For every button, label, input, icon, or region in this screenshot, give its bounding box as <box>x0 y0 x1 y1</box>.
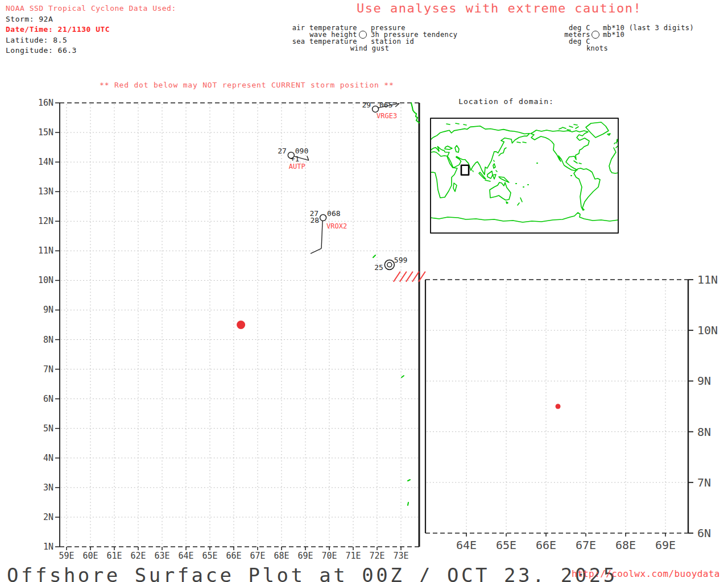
island-philippines <box>493 164 497 172</box>
sea-caspian <box>455 146 459 152</box>
y-tick-label: 7N <box>43 364 53 375</box>
coastline-south-america <box>574 168 600 210</box>
y-tick-label: 6N <box>697 526 711 540</box>
island-borneo <box>487 171 493 178</box>
coastline-africa <box>431 152 457 198</box>
x-tick-label: 65E <box>496 538 516 552</box>
island-java <box>485 180 490 181</box>
y-tick-label: 9N <box>697 374 711 388</box>
y-tick-label: 11N <box>38 246 53 256</box>
x-tick-label: 64E <box>456 538 477 552</box>
x-tick-label: 62E <box>130 551 146 561</box>
x-tick-label: 64E <box>178 551 193 561</box>
island-speck <box>402 376 404 377</box>
x-tick-label: 67E <box>250 551 265 561</box>
y-tick-label: 11N <box>697 273 718 286</box>
island-speck <box>408 480 410 481</box>
x-tick-label: 67E <box>576 538 596 552</box>
coastline-north-america <box>531 130 589 171</box>
station-pressure-tendency: +1 <box>291 155 300 163</box>
y-tick-label: 2N <box>43 512 53 522</box>
zoom-plot: 6N7N8N9N10N11N64E65E66E67E68E69E <box>425 273 718 552</box>
offshore-surface-plot-page: NOAA SSD Tropical Cyclone Data Used: Sto… <box>0 0 728 582</box>
islands-aleutian <box>517 142 526 143</box>
storm-dot <box>237 321 245 329</box>
buoy-outer-circle <box>384 260 394 269</box>
island-taiwan <box>494 160 494 161</box>
main-plot: 1N2N3N4N5N6N7N8N9N10N11N12N13N14N15N16N5… <box>38 98 425 561</box>
y-tick-label: 4N <box>43 453 53 463</box>
y-tick-label: 15N <box>38 127 53 138</box>
station-id-label: VROX2 <box>326 222 347 230</box>
y-tick-label: 16N <box>38 98 53 108</box>
domain-rectangle <box>461 165 469 175</box>
y-tick-label: 9N <box>43 305 53 315</box>
y-tick-label: 6N <box>43 394 53 404</box>
islands-caribbean <box>574 161 581 164</box>
world-map <box>431 118 618 233</box>
station-air-temp: 29 <box>362 101 371 109</box>
island-sri-lanka <box>473 171 473 172</box>
island-sulawesi <box>493 174 496 179</box>
coastline-india-fragment <box>411 103 419 123</box>
x-tick-label: 69E <box>297 551 313 561</box>
x-tick-label: 68E <box>274 551 289 561</box>
buoy-inner-circle <box>387 263 392 267</box>
y-tick-label: 12N <box>38 216 53 226</box>
y-tick-label: 10N <box>697 323 718 337</box>
x-tick-label: 63E <box>154 551 169 561</box>
coastline-antarctica <box>431 213 618 222</box>
station-pressure: 065 <box>379 101 392 109</box>
station-circle <box>320 215 326 221</box>
x-tick-label: 66E <box>536 538 556 552</box>
y-tick-label: 5N <box>43 423 53 434</box>
sea-black <box>445 146 452 149</box>
x-tick-label: 66E <box>226 551 241 561</box>
island-tasmania <box>506 202 508 203</box>
island-speck <box>408 502 408 505</box>
station-pressure: 599 <box>394 256 407 264</box>
y-tick-label: 14N <box>38 157 53 167</box>
island-new-zealand <box>518 198 522 205</box>
y-tick-label: 10N <box>38 275 53 285</box>
station-air-temp: 27 <box>278 147 287 155</box>
station-id-label: VRGE3 <box>377 112 397 120</box>
y-tick-label: 8N <box>43 335 53 345</box>
red-hatch <box>412 272 419 282</box>
storm-dot <box>556 404 561 409</box>
coastline-australia <box>490 182 511 200</box>
island-new-guinea <box>499 177 509 182</box>
inset-map-border <box>431 118 618 233</box>
station-air-temp: 25 <box>374 263 383 272</box>
y-tick-label: 13N <box>38 186 53 197</box>
station-buoy: 25599 <box>374 256 425 282</box>
station-pressure: 068 <box>327 209 340 218</box>
island-iceland <box>607 134 610 135</box>
station-AUTP: 27090+1AUTP <box>278 147 309 171</box>
wind-barb <box>321 221 322 248</box>
station-pressure: 090 <box>295 147 308 155</box>
y-tick-label: 1N <box>43 542 53 552</box>
x-tick-label: 72E <box>369 551 384 561</box>
x-tick-label: 73E <box>393 551 408 561</box>
y-tick-label: 7N <box>697 476 711 489</box>
island-madagascar <box>453 183 457 192</box>
station-id-label: AUTP <box>289 163 305 171</box>
islands-pacific <box>516 163 572 187</box>
x-tick-label: 60E <box>82 551 98 561</box>
y-tick-label: 3N <box>43 483 53 493</box>
coastline-eurasia <box>431 126 530 175</box>
x-tick-label: 70E <box>321 551 337 561</box>
x-tick-label: 61E <box>106 551 122 561</box>
x-tick-label: 68E <box>615 538 636 552</box>
x-tick-label: 65E <box>202 551 217 561</box>
station-VRGE3: 29065VRGE3 <box>362 101 399 120</box>
x-tick-label: 71E <box>345 551 361 561</box>
island-greenland <box>586 122 609 138</box>
x-tick-label: 69E <box>655 538 676 552</box>
main-plot-coastlines <box>373 103 419 505</box>
y-tick-label: 8N <box>697 425 711 439</box>
station-VROX2: 2706828VROX2 <box>309 209 347 253</box>
plot-overlay: 1N2N3N4N5N6N7N8N9N10N11N12N13N14N15N16N5… <box>0 0 728 582</box>
coastline-europe-edge <box>609 139 618 173</box>
